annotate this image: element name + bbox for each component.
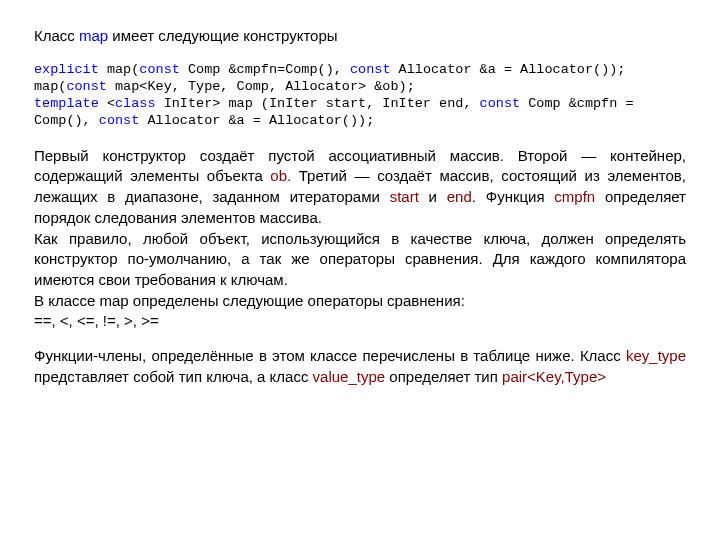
code-text: < [99,96,115,111]
code-text: InIter> map (InIter start, InIter end, [156,96,480,111]
term-value-type: value_type [313,368,386,385]
paragraph-keys: Как правило, любой объект, использующийс… [34,229,686,291]
kw-const: const [480,96,521,111]
body-text: определяет тип [385,368,502,385]
kw-const: const [139,62,180,77]
code-text: map<Key, Type, Comp, Allocator> &ob); [107,79,415,94]
body-text: . Функция [472,188,555,205]
paragraph-member-functions: Функции-члены, определённые в этом класс… [34,346,686,387]
map-keyword: map [79,27,108,44]
intro-line: Класс map имеет следующие конструкторы [34,26,686,47]
body-text: представляет собой тип ключа, а класс [34,368,313,385]
code-text: Allocator &a = Allocator()); [139,113,374,128]
body-text: и [419,188,447,205]
term-start: start [390,188,419,205]
paragraph-operators-intro: В классе map определены следующие операт… [34,291,686,312]
kw-const: const [99,113,140,128]
kw-const: const [66,79,107,94]
intro-post: имеет следующие конструкторы [108,27,337,44]
term-end: end [447,188,472,205]
term-pair: pair<Key,Type> [502,368,606,385]
paragraph-constructors: Первый конструктор создаёт пустой ассоци… [34,146,686,229]
intro-pre: Класс [34,27,79,44]
kw-template: template [34,96,99,111]
term-key-type: key_type [626,347,686,364]
kw-const: const [350,62,391,77]
code-text: map( [99,62,140,77]
code-text: map( [34,79,66,94]
body-text: Функции-члены, определённые в этом класс… [34,347,626,364]
constructor-signatures: explicit map(const Comp &cmpfn=Comp(), c… [34,61,686,130]
code-text: Allocator &a = Allocator()); [391,62,626,77]
kw-explicit: explicit [34,62,99,77]
code-text: Comp &cmpfn=Comp(), [180,62,350,77]
term-ob: ob [270,167,287,184]
kw-class: class [115,96,156,111]
operator-list: ==, <, <=, !=, >, >= [34,311,686,332]
term-cmpfn: cmpfn [554,188,595,205]
